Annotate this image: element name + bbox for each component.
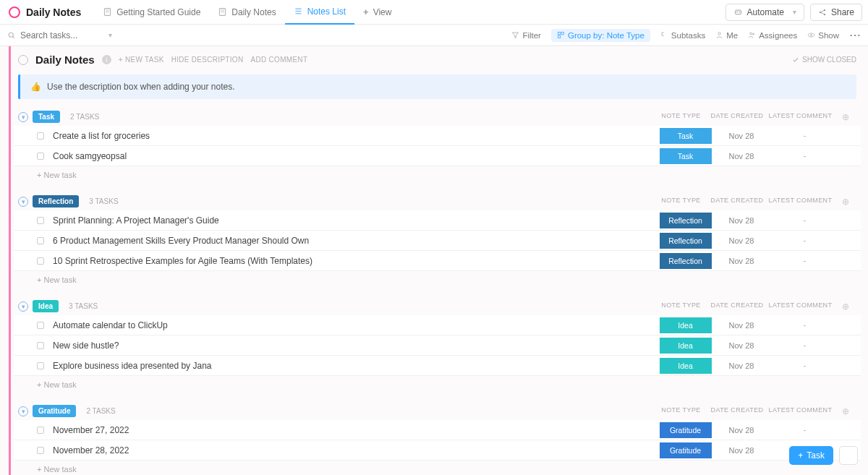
- col-latest-comment: LATEST COMMENT: [766, 112, 835, 122]
- date-created: Nov 28: [712, 341, 770, 350]
- task-title: November 28, 2022: [53, 445, 129, 455]
- svg-point-23: [750, 33, 752, 35]
- group-badge[interactable]: Gratitude: [33, 405, 76, 417]
- group-count: 3 TASKS: [89, 197, 118, 205]
- col-note-type: NOTE TYPE: [654, 406, 708, 416]
- checkbox[interactable]: [37, 447, 44, 454]
- group-badge[interactable]: Reflection: [33, 195, 79, 207]
- note-type-tag[interactable]: Gratitude: [660, 422, 712, 438]
- new-task-row[interactable]: + New task: [14, 376, 861, 393]
- group: ▾ Reflection 3 TASKS NOTE TYPE DATE CREA…: [14, 192, 861, 288]
- share-icon: [818, 8, 827, 17]
- date-created: Nov 28: [712, 446, 770, 455]
- date-created: Nov 28: [712, 152, 770, 161]
- task-row[interactable]: New side hustle? Idea Nov 28 -: [14, 335, 861, 356]
- tab-getting-started[interactable]: Getting Started Guide: [94, 0, 209, 25]
- tab-notes-list[interactable]: Notes List: [285, 0, 354, 25]
- checkbox[interactable]: [37, 132, 44, 140]
- tab-daily-notes[interactable]: Daily Notes: [209, 0, 284, 25]
- list-header: Daily Notes i + NEW TASK HIDE DESCRIPTIO…: [14, 46, 861, 73]
- search-input[interactable]: [20, 30, 100, 40]
- note-type-tag[interactable]: Task: [660, 148, 712, 164]
- task-row[interactable]: 10 Sprint Retrospective Examples for Agi…: [14, 251, 861, 271]
- filter-icon: [511, 31, 519, 39]
- note-type-tag[interactable]: Reflection: [660, 213, 712, 228]
- new-task-row[interactable]: + New task: [14, 166, 861, 184]
- task-row[interactable]: November 28, 2022 Gratitude Nov 28 -: [14, 440, 861, 461]
- note-type-tag[interactable]: Reflection: [660, 233, 712, 249]
- note-type-tag[interactable]: Reflection: [660, 253, 712, 269]
- chevron-down-icon[interactable]: ▾: [109, 31, 112, 39]
- note-type-tag[interactable]: Gratitude: [660, 442, 712, 458]
- add-comment-button[interactable]: ADD COMMENT: [250, 56, 307, 64]
- checkbox[interactable]: [37, 427, 44, 434]
- note-type-tag[interactable]: Idea: [660, 338, 712, 354]
- note-type-tag[interactable]: Idea: [660, 358, 712, 374]
- checkbox[interactable]: [37, 257, 44, 265]
- checkbox[interactable]: [37, 322, 44, 329]
- tab-label: Daily Notes: [231, 7, 276, 17]
- status-circle-icon[interactable]: [18, 55, 28, 65]
- show-closed-button[interactable]: SHOW CLOSED: [792, 56, 856, 64]
- task-row[interactable]: November 27, 2022 Gratitude Nov 28 -: [14, 420, 861, 440]
- share-button[interactable]: Share: [810, 4, 862, 21]
- group-badge[interactable]: Idea: [33, 300, 59, 312]
- check-icon: [792, 56, 799, 64]
- latest-comment: -: [770, 361, 839, 371]
- subtask-icon: [660, 31, 668, 39]
- svg-point-24: [753, 33, 754, 35]
- list-title: Daily Notes: [35, 54, 95, 66]
- brand-icon: [9, 7, 20, 18]
- svg-point-26: [811, 34, 812, 35]
- add-column-icon[interactable]: ⊕: [835, 197, 856, 207]
- latest-comment: -: [770, 320, 839, 330]
- checkbox[interactable]: [37, 217, 44, 224]
- list-icon: [294, 7, 303, 16]
- show-button[interactable]: Show: [807, 31, 839, 40]
- task-row[interactable]: Automate calendar to ClickUp Idea Nov 28…: [14, 315, 861, 335]
- col-date-created: DATE CREATED: [708, 197, 766, 207]
- note-type-tag[interactable]: Idea: [660, 317, 712, 333]
- add-column-icon[interactable]: ⊕: [835, 112, 856, 122]
- checkbox[interactable]: [37, 362, 44, 369]
- group-badge[interactable]: Task: [33, 111, 60, 123]
- collapse-icon[interactable]: ▾: [18, 406, 28, 416]
- new-task-row[interactable]: + New task: [14, 461, 861, 475]
- robot-icon: [733, 7, 743, 17]
- add-column-icon[interactable]: ⊕: [835, 406, 856, 416]
- more-menu-icon[interactable]: ⋯: [849, 30, 861, 41]
- fab-apps[interactable]: [839, 446, 858, 465]
- checkbox[interactable]: [37, 153, 44, 160]
- add-view-tab[interactable]: + View: [354, 0, 400, 25]
- automate-button[interactable]: Automate ▾: [726, 4, 804, 21]
- group-header: ▾ Task 2 TASKS NOTE TYPE DATE CREATED LA…: [14, 108, 861, 126]
- info-icon[interactable]: i: [102, 55, 111, 64]
- task-row[interactable]: Create a list for groceries Task Nov 28 …: [14, 126, 861, 146]
- task-row[interactable]: Explore business idea presented by Jana …: [14, 356, 861, 376]
- checkbox[interactable]: [37, 237, 44, 244]
- new-task-button[interactable]: + NEW TASK: [119, 56, 164, 64]
- group: ▾ Task 2 TASKS NOTE TYPE DATE CREATED LA…: [14, 108, 861, 184]
- chevron-down-icon: ▾: [793, 8, 796, 16]
- me-button[interactable]: Me: [715, 31, 738, 40]
- checkbox[interactable]: [37, 342, 44, 349]
- task-row[interactable]: Cook samgyeopsal Task Nov 28 -: [14, 146, 861, 166]
- filter-button[interactable]: Filter: [511, 31, 541, 40]
- collapse-icon[interactable]: ▾: [18, 301, 28, 312]
- new-task-row[interactable]: + New task: [14, 271, 861, 288]
- task-row[interactable]: 6 Product Management Skills Every Produc…: [14, 231, 861, 251]
- assignees-button[interactable]: Assignees: [748, 31, 797, 40]
- fab-new-task[interactable]: + Task: [789, 446, 833, 465]
- hide-description-button[interactable]: HIDE DESCRIPTION: [171, 56, 244, 64]
- collapse-icon[interactable]: ▾: [18, 112, 28, 122]
- group-by-button[interactable]: Group by: Note Type: [551, 29, 650, 42]
- note-type-tag[interactable]: Task: [660, 128, 712, 144]
- task-row[interactable]: Sprint Planning: A Project Manager's Gui…: [14, 210, 861, 231]
- add-column-icon[interactable]: ⊕: [835, 301, 856, 312]
- subtasks-button[interactable]: Subtasks: [660, 31, 705, 40]
- assignees-label: Assignees: [759, 31, 797, 40]
- latest-comment: -: [770, 425, 839, 435]
- group-header: ▾ Idea 3 TASKS NOTE TYPE DATE CREATED LA…: [14, 297, 861, 315]
- collapse-icon[interactable]: ▾: [18, 197, 28, 207]
- svg-rect-19: [558, 32, 560, 34]
